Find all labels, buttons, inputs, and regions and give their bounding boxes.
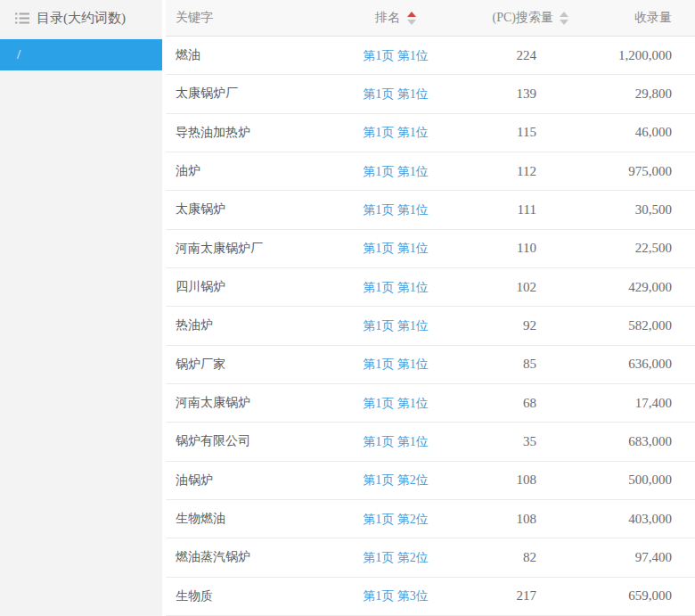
search-volume-cell: 92 — [462, 318, 576, 333]
keyword-cell: 河南太康锅炉 — [166, 395, 329, 411]
table-row: 燃油 第1页 第1位 224 1,200,000 — [166, 37, 695, 75]
rank-cell: 第1页 第1位 — [329, 240, 462, 257]
rank-cell: 第1页 第2位 — [329, 549, 462, 566]
search-volume-cell: 112 — [462, 164, 576, 179]
table-row: 生物燃油 第1页 第2位 108 403,000 — [166, 500, 695, 538]
rank-cell: 第1页 第2位 — [329, 472, 462, 489]
rank-link[interactable]: 第1页 第1位 — [363, 319, 429, 333]
index-volume-cell: 1,200,000 — [576, 48, 695, 63]
column-header-rank: 排名 — [329, 10, 462, 26]
index-volume-cell: 22,500 — [576, 241, 695, 256]
rank-link[interactable]: 第1页 第1位 — [363, 165, 429, 178]
table-row: 锅炉有限公司 第1页 第1位 35 683,000 — [166, 423, 695, 461]
list-icon — [15, 12, 29, 24]
rank-link[interactable]: 第1页 第2位 — [363, 513, 429, 526]
keyword-cell: 油锅炉 — [166, 472, 329, 489]
search-volume-cell: 82 — [462, 550, 576, 565]
sort-descending-icon — [407, 20, 416, 25]
rank-link[interactable]: 第1页 第1位 — [363, 281, 429, 294]
rank-cell: 第1页 第1位 — [329, 395, 462, 412]
rank-link[interactable]: 第1页 第1位 — [363, 397, 429, 410]
index-volume-cell: 97,400 — [576, 550, 695, 565]
index-volume-cell: 683,000 — [576, 434, 695, 449]
index-volume-cell: 582,000 — [576, 318, 695, 333]
search-volume-cell: 35 — [462, 434, 576, 449]
column-header-search-volume-label: (PC)搜索量 — [493, 10, 553, 26]
sort-toggle-rank[interactable] — [407, 12, 416, 25]
table-header-row: 关键字 排名 (PC)搜索量 收录量 — [166, 0, 695, 37]
column-header-keyword: 关键字 — [166, 10, 329, 26]
keyword-cell: 河南太康锅炉厂 — [166, 241, 329, 257]
table-row: 导热油加热炉 第1页 第1位 115 46,000 — [166, 114, 695, 152]
keyword-cell: 导热油加热炉 — [166, 125, 329, 141]
keyword-cell: 锅炉厂家 — [166, 357, 329, 373]
index-volume-cell: 29,800 — [576, 86, 695, 102]
sidebar-header: 目录(大约词数) — [0, 0, 162, 36]
rank-cell: 第1页 第1位 — [329, 433, 462, 450]
sort-descending-icon — [560, 20, 568, 25]
index-volume-cell: 17,400 — [576, 396, 695, 411]
index-volume-cell: 975,000 — [576, 164, 695, 179]
rank-link[interactable]: 第1页 第3位 — [363, 589, 429, 603]
index-volume-cell: 659,000 — [576, 588, 695, 604]
search-volume-cell: 110 — [462, 241, 576, 256]
rank-link[interactable]: 第1页 第1位 — [363, 357, 429, 371]
search-volume-cell: 111 — [462, 202, 576, 218]
rank-link[interactable]: 第1页 第1位 — [363, 203, 429, 217]
search-volume-cell: 68 — [462, 396, 576, 411]
table-row: 油炉 第1页 第1位 112 975,000 — [166, 152, 695, 191]
rank-cell: 第1页 第2位 — [329, 511, 462, 528]
index-volume-cell: 403,000 — [576, 512, 695, 527]
table-row: 太康锅炉 第1页 第1位 111 30,500 — [166, 191, 695, 229]
search-volume-cell: 85 — [462, 357, 576, 372]
search-volume-cell: 217 — [462, 588, 576, 604]
table-row: 河南太康锅炉 第1页 第1位 68 17,400 — [166, 384, 695, 423]
table-row: 四川锅炉 第1页 第1位 102 429,000 — [166, 268, 695, 307]
rank-cell: 第1页 第1位 — [329, 356, 462, 373]
rank-link[interactable]: 第1页 第1位 — [363, 49, 429, 62]
index-volume-cell: 30,500 — [576, 202, 695, 218]
rank-cell: 第1页 第1位 — [329, 163, 462, 180]
rank-link[interactable]: 第1页 第2位 — [363, 473, 429, 487]
sidebar-title: 目录(大约词数) — [37, 10, 126, 27]
sidebar-item-root-directory[interactable]: / — [0, 39, 162, 70]
sort-ascending-icon — [407, 12, 416, 17]
keyword-rank-app: 目录(大约词数) / 关键字 排名 (PC)搜索量 — [0, 0, 695, 616]
keyword-cell: 生物燃油 — [166, 511, 329, 527]
sort-toggle-search-volume[interactable] — [560, 12, 568, 25]
index-volume-cell: 636,000 — [576, 357, 695, 372]
column-header-search-volume: (PC)搜索量 — [462, 10, 576, 26]
column-header-rank-label: 排名 — [375, 10, 400, 26]
rank-link[interactable]: 第1页 第2位 — [363, 551, 429, 564]
keyword-cell: 太康锅炉厂 — [166, 86, 329, 102]
table-row: 生物质 第1页 第3位 217 659,000 — [166, 578, 695, 616]
sidebar-item-label: / — [17, 47, 20, 62]
rank-link[interactable]: 第1页 第1位 — [363, 242, 429, 255]
directory-sidebar: 目录(大约词数) / — [0, 0, 162, 616]
rank-cell: 第1页 第1位 — [329, 279, 462, 296]
keyword-cell: 燃油 — [166, 47, 329, 63]
table-row: 锅炉厂家 第1页 第1位 85 636,000 — [166, 346, 695, 384]
rank-link[interactable]: 第1页 第1位 — [363, 435, 429, 448]
rank-link[interactable]: 第1页 第1位 — [363, 126, 429, 139]
keyword-cell: 油炉 — [166, 163, 329, 179]
index-volume-cell: 46,000 — [576, 125, 695, 140]
table-row: 油锅炉 第1页 第2位 108 500,000 — [166, 462, 695, 500]
keyword-table: 关键字 排名 (PC)搜索量 收录量 燃油 第1页 第1位 22 — [166, 0, 695, 616]
keyword-cell: 锅炉有限公司 — [166, 433, 329, 449]
index-volume-cell: 429,000 — [576, 280, 695, 295]
keyword-cell: 四川锅炉 — [166, 279, 329, 295]
rank-link[interactable]: 第1页 第1位 — [363, 87, 429, 101]
table-row: 河南太康锅炉厂 第1页 第1位 110 22,500 — [166, 230, 695, 268]
rank-cell: 第1页 第1位 — [329, 124, 462, 141]
search-volume-cell: 108 — [462, 472, 576, 488]
search-volume-cell: 224 — [462, 48, 576, 63]
index-volume-cell: 500,000 — [576, 472, 695, 488]
rank-cell: 第1页 第1位 — [329, 47, 462, 64]
table-row: 热油炉 第1页 第1位 92 582,000 — [166, 307, 695, 345]
table-body: 燃油 第1页 第1位 224 1,200,000 太康锅炉厂 第1页 第1位 1… — [166, 37, 695, 616]
column-header-index-volume: 收录量 — [576, 10, 695, 26]
table-row: 燃油蒸汽锅炉 第1页 第2位 82 97,400 — [166, 538, 695, 577]
keyword-cell: 热油炉 — [166, 317, 329, 333]
search-volume-cell: 139 — [462, 86, 576, 102]
